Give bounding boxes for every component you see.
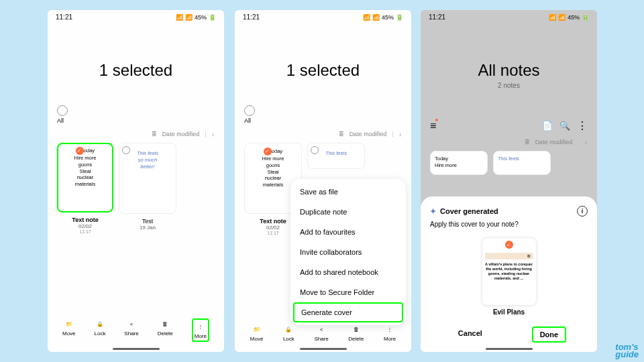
menu-favourites[interactable]: Add to favourites [290,222,406,242]
menu-collaborators[interactable]: Invite collaborators [290,242,406,262]
menu-generate-cover[interactable]: Generate cover [293,302,403,322]
time: 11:21 [56,13,72,21]
sheet-header: ✦Cover generatedi [430,206,588,217]
watermark-logo: tom'sguide [615,343,639,358]
more-button[interactable]: ⋮More [192,318,209,342]
lock-icon: 🔒 [95,318,105,329]
pdf-icon[interactable]: 📄 [542,121,553,131]
nav-handle[interactable] [113,348,160,350]
menu-duplicate[interactable]: Duplicate note [290,202,406,222]
cover-label: Evil Plans [430,308,588,316]
page-title: 1 selected [235,61,411,80]
bottom-sheet: ✦Cover generatedi Apply this cover to yo… [421,196,597,352]
move-button[interactable]: 📁Move [250,324,264,342]
move-button[interactable]: 📁Move [62,318,76,342]
delete-button[interactable]: 🗑Delete [158,318,173,342]
status-bar: 11:21📶 📶 45%🔋 [421,10,597,24]
sort-row[interactable]: ≣Date modified|↓ [430,139,588,145]
share-button[interactable]: <Share [314,324,328,342]
folder-icon: 📁 [64,318,74,329]
menu-shared-notebook[interactable]: Add to shared notebook [290,262,406,282]
page-title: 1 selected [48,61,224,80]
status-icons: 📶 📶 45%🔋 [176,13,216,21]
note-card-2[interactable]: This feels so much better! [119,143,176,214]
bottom-toolbar: 📁Move 🔒Lock <Share 🗑Delete ⋮More [48,318,224,342]
page-title: All notes [421,61,597,80]
more-button[interactable]: ⋮More [384,324,396,342]
lock-button[interactable]: 🔒Lock [283,324,294,342]
sparkle-icon: ✦ [430,207,436,216]
note-card-2[interactable]: This feels [493,151,551,175]
screen-2: 11:21📶 📶 45%🔋 1 selected All ≣Date modif… [235,10,411,352]
search-icon[interactable]: 🔍 [559,121,570,131]
trash-icon: 🗑 [160,318,170,329]
note-grid: Today Hire more This feels [421,151,597,175]
share-icon: < [126,318,137,329]
screen-3: 11:21📶 📶 45%🔋 All notes 2 notes ≡ 📄 🔍 ⋮ … [421,10,597,352]
lock-button[interactable]: 🔒Lock [94,318,105,342]
select-all-row[interactable] [57,105,224,116]
delete-button[interactable]: 🗑Delete [348,324,364,342]
more-icon[interactable]: ⋮ [577,119,588,132]
menu-icon[interactable]: ≡ [430,120,436,132]
checkbox-icon[interactable] [57,105,68,116]
generated-cover[interactable]: ✓ D A villain's plans to conquer the wor… [482,237,537,306]
menu-save-file[interactable]: Save as file [290,182,406,202]
sort-row[interactable]: ≣Date modified|↓ [57,131,215,137]
more-icon: ⋮ [195,321,206,332]
check-icon: ✓ [505,241,513,249]
cancel-button[interactable]: Cancel [451,326,489,343]
top-toolbar: ≡ 📄 🔍 ⋮ [421,119,597,132]
note-grid: ✓odayHire more goons Steal nuclear mater… [48,143,224,234]
sheet-text: Apply this cover to your note? [430,221,588,228]
checkbox-icon [122,146,130,154]
sheet-buttons: Cancel Done [430,326,588,343]
bottom-toolbar: 📁Move 🔒Lock <Share 🗑Delete ⋮More [235,324,411,342]
all-label: All [57,117,224,124]
info-icon[interactable]: i [577,206,588,217]
share-button[interactable]: <Share [124,318,138,342]
sort-row[interactable]: ≣Date modified|↓ [244,131,402,137]
note-card-1[interactable]: ✓odayHire more goons Steal nuclear mater… [57,143,113,213]
note-count: 2 notes [421,82,597,89]
done-button[interactable]: Done [532,326,567,343]
status-bar: 11:21📶 📶 45%🔋 [235,10,411,24]
context-menu: Save as file Duplicate note Add to favou… [290,179,406,325]
note-card-2[interactable]: This feels [307,143,365,169]
note-card-1[interactable]: Today Hire more [430,151,488,175]
checkbox-icon [244,105,255,116]
status-bar: 11:21📶 📶 45%🔋 [48,10,224,24]
nav-handle[interactable] [300,348,347,350]
check-icon: ✓ [264,147,272,156]
nav-handle[interactable] [486,348,533,350]
menu-secure-folder[interactable]: Move to Secure Folder [290,282,406,302]
arrow-down-icon: ↓ [212,131,215,137]
check-icon: ✓ [76,147,84,155]
screen-1: 11:21📶 📶 45%🔋 1 selected All ≣Date modif… [48,10,224,352]
sort-icon: ≣ [152,131,157,137]
select-all-row[interactable] [244,105,411,116]
